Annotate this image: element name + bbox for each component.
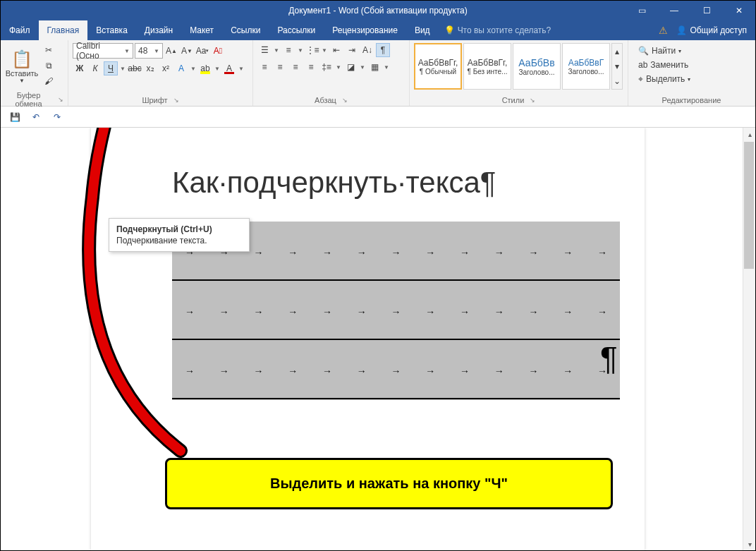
chevron-down-icon[interactable]: ▼ (273, 47, 280, 54)
strikethrough-button[interactable]: abc (128, 61, 142, 75)
chevron-down-icon[interactable]: ▼ (359, 64, 366, 71)
highlight-button[interactable]: ab (198, 61, 212, 75)
table-row[interactable]: →→→→→→→→→→→→→ (172, 281, 620, 340)
close-button[interactable]: ✕ (723, 1, 755, 20)
tab-insert[interactable]: Вставка (87, 20, 136, 40)
chevron-down-icon[interactable]: ▼ (383, 64, 390, 71)
justify-button[interactable]: ≡ (304, 60, 318, 74)
numbering-button[interactable]: ≡ (281, 43, 295, 57)
scroll-thumb[interactable] (744, 142, 754, 269)
styles-gallery[interactable]: АаБбВвГг, ¶ Обычный АаБбВвГг, ¶ Без инте… (414, 43, 623, 90)
bold-button[interactable]: Ж (73, 61, 87, 75)
bold-label: Ж (76, 63, 84, 73)
multilevel-list-button[interactable]: ⋮≡ (305, 43, 319, 57)
style-name: ¶ Без инте... (468, 68, 508, 75)
share-button[interactable]: 👤 Общий доступ (676, 25, 747, 35)
chevron-down-icon: ▾ (678, 48, 681, 54)
group-clipboard-label: Буфер обмена (5, 91, 52, 108)
table-row[interactable]: →→→→→→→→→→→→→ (172, 340, 620, 399)
show-marks-button[interactable]: ¶ (376, 43, 390, 57)
save-button[interactable]: 💾 (8, 110, 22, 124)
chevron-down-icon[interactable]: ▼ (297, 47, 304, 54)
vertical-scrollbar[interactable]: ▴ ▾ (743, 128, 755, 550)
style-name: ¶ Обычный (420, 68, 456, 75)
sort-button[interactable]: A↓ (360, 43, 374, 57)
borders-button[interactable]: ▦ (367, 60, 382, 74)
paste-button[interactable]: 📋 Вставить ▼ (5, 43, 39, 90)
styles-more[interactable]: ⌄ (612, 74, 622, 89)
underline-dropdown[interactable]: ▼ (119, 66, 126, 72)
increase-indent-button[interactable]: ⇥ (345, 43, 359, 57)
align-left-button[interactable]: ≡ (257, 60, 272, 74)
text-effects-button[interactable]: A (174, 61, 188, 75)
document-area[interactable]: Как·подчеркнуть·текса¶ →→→→→→→→→→→→→ →→→… (1, 128, 755, 550)
superscript-button[interactable]: x² (159, 61, 173, 75)
ribbon-display-options[interactable]: ▭ (626, 1, 658, 20)
scroll-up-button[interactable]: ▴ (743, 128, 755, 140)
styles-dialog-launcher[interactable]: ↘ (530, 97, 535, 104)
warning-icon[interactable]: ⚠ (659, 25, 668, 36)
replace-button[interactable]: ab Заменить (635, 59, 693, 71)
chevron-down-icon[interactable]: ▼ (190, 66, 197, 72)
font-size-combo[interactable]: 48▼ (135, 43, 163, 59)
chevron-down-icon: ▾ (688, 76, 690, 83)
change-case-button[interactable]: Aa▾ (195, 44, 209, 58)
heading-text[interactable]: Как·подчеркнуть·текса¶ (172, 166, 496, 200)
tab-design[interactable]: Дизайн (136, 20, 181, 40)
line-spacing-button[interactable]: ‡≡ (319, 60, 334, 74)
align-center-button[interactable]: ≡ (273, 60, 287, 74)
ribbon-tabs: Файл Главная Вставка Дизайн Макет Ссылки… (1, 20, 755, 40)
font-color-button[interactable]: A (222, 61, 236, 75)
minimize-button[interactable]: — (658, 1, 690, 20)
subscript-button[interactable]: x₂ (143, 61, 157, 75)
shrink-font-button[interactable]: A▼ (180, 44, 194, 58)
bullets-button[interactable]: ☰ (257, 43, 272, 57)
font-dialog-launcher[interactable]: ↘ (173, 97, 179, 104)
tab-layout[interactable]: Макет (181, 20, 222, 40)
tooltip-desc: Подчеркивание текста. (116, 236, 242, 246)
style-no-spacing[interactable]: АаБбВвГг, ¶ Без инте... (463, 43, 511, 90)
tab-file[interactable]: Файл (1, 20, 39, 40)
tab-view[interactable]: Вид (406, 20, 439, 40)
tab-mailings[interactable]: Рассылки (269, 20, 324, 40)
tab-references[interactable]: Ссылки (222, 20, 269, 40)
scroll-down-button[interactable]: ▾ (743, 538, 755, 550)
select-label: Выделить (646, 74, 685, 84)
font-name-combo[interactable]: Calibri (Осно▼ (73, 43, 133, 59)
copy-button[interactable]: ⧉ (42, 59, 56, 73)
format-painter-button[interactable]: 🖌 (42, 74, 56, 88)
lightbulb-icon: 💡 (444, 25, 455, 35)
grow-font-button[interactable]: A▲ (164, 44, 178, 58)
underline-button[interactable]: Ч (104, 61, 118, 75)
chevron-down-icon: ▼ (154, 48, 159, 54)
style-heading2[interactable]: АаБбВвГ Заголово... (562, 43, 610, 90)
italic-button[interactable]: К (88, 61, 102, 75)
redo-button[interactable]: ↷ (50, 110, 64, 124)
style-heading1[interactable]: АаБбВв Заголово... (513, 43, 561, 90)
cut-button[interactable]: ✂ (42, 43, 56, 57)
style-normal[interactable]: АаБбВвГг, ¶ Обычный (414, 43, 462, 90)
maximize-button[interactable]: ☐ (690, 1, 723, 20)
decrease-indent-button[interactable]: ⇤ (329, 43, 343, 57)
styles-down[interactable]: ▾ (612, 59, 622, 73)
tab-review[interactable]: Рецензирование (324, 20, 406, 40)
clipboard-dialog-launcher[interactable]: ↘ (58, 96, 63, 103)
select-button[interactable]: ⌖ Выделить ▾ (635, 73, 693, 85)
chevron-down-icon[interactable]: ▼ (321, 47, 328, 54)
find-button[interactable]: 🔍 Найти ▾ (635, 44, 693, 57)
clear-formatting-button[interactable]: A⃠ (211, 44, 225, 58)
paragraph-dialog-launcher[interactable]: ↘ (342, 97, 348, 104)
align-right-button[interactable]: ≡ (288, 60, 303, 74)
undo-button[interactable]: ↶ (29, 110, 43, 124)
title-bar: Документ1 - Word (Сбой активации продукт… (1, 1, 755, 20)
chevron-down-icon[interactable]: ▼ (238, 66, 245, 72)
replace-label: Заменить (650, 60, 688, 70)
tab-home[interactable]: Главная (39, 20, 88, 40)
styles-up[interactable]: ▴ (612, 44, 622, 59)
tell-me[interactable]: 💡 Что вы хотите сделать? (439, 20, 557, 40)
shading-button[interactable]: ◪ (343, 60, 358, 74)
chevron-down-icon[interactable]: ▼ (335, 64, 342, 71)
chevron-down-icon[interactable]: ▼ (214, 66, 221, 72)
style-preview: АаБбВв (518, 57, 554, 68)
group-font: Calibri (Осно▼ 48▼ A▲ A▼ Aa▾ A⃠ Ж К Ч ▼ … (68, 40, 253, 106)
